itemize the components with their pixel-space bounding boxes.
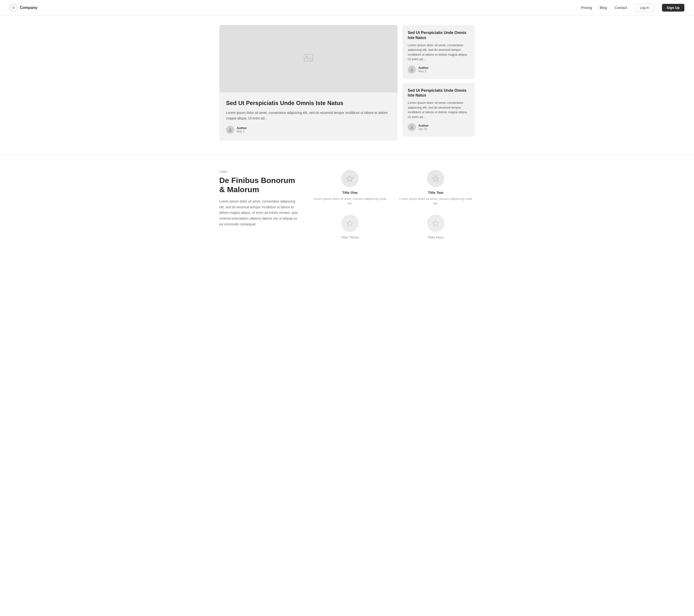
featured-image (219, 25, 398, 92)
side-post-2-excerpt: Lorem ipsum dolor sit amet, consectetur … (408, 100, 470, 119)
side-post-1[interactable]: Sed Ut Perspiciatis Unde Omnis Iste Natu… (402, 25, 475, 79)
side-post-2-author-avatar (408, 123, 416, 131)
side-post-2[interactable]: Sed Ut Perspiciatis Unde Omnis Iste Natu… (402, 83, 475, 137)
svg-marker-6 (432, 175, 439, 182)
svg-marker-8 (432, 220, 439, 226)
blog-section-wrapper: Sed Ut Perspiciatis Unde Omnis Iste Natu… (215, 15, 479, 155)
side-post-2-author-info: Author Apr 29 (418, 124, 429, 131)
feature-desc-2: Lorem ipsum dolor sit amet, consect adip… (397, 197, 475, 206)
brand-logo[interactable]: © Company (10, 4, 37, 12)
feature-item-4: Title Four (397, 214, 475, 241)
navbar: © Company Pricing Blog Contact Log In Si… (0, 0, 694, 15)
featured-post-body: Sed Ut Perspiciatis Unde Omnis Iste Natu… (219, 92, 398, 141)
side-posts: Sed Ut Perspiciatis Unde Omnis Iste Natu… (402, 25, 475, 136)
login-button[interactable]: Log In (635, 4, 654, 12)
side-post-2-author-date: Apr 29 (418, 127, 429, 131)
featured-post-author-avatar (226, 126, 234, 134)
feature-desc-1: Lorem ipsum dolor sit amet, consect adip… (311, 197, 389, 206)
features-grid: Title One Lorem ipsum dolor sit amet, co… (311, 170, 475, 241)
featured-post-excerpt: Lorem ipsum dolor sit amet, consectetur … (226, 110, 391, 121)
feature-title-1: Title One (342, 190, 358, 194)
features-left: Label De Finibus Bonorum & Malorum Lorem… (219, 170, 301, 227)
features-section-wrapper: Label De Finibus Bonorum & Malorum Lorem… (215, 155, 479, 251)
brand-name: Company (20, 5, 37, 10)
side-post-1-title: Sed Ut Perspiciatis Unde Omnis Iste Natu… (408, 30, 470, 40)
feature-icon-2 (427, 170, 444, 187)
features-heading: De Finibus Bonorum & Malorum (219, 176, 301, 194)
features-section: Label De Finibus Bonorum & Malorum Lorem… (215, 155, 479, 251)
svg-point-4 (411, 126, 413, 127)
svg-point-3 (411, 68, 413, 70)
feature-title-4: Title Four (427, 235, 444, 239)
side-post-1-author-name: Author (418, 66, 429, 70)
featured-post[interactable]: Sed Ut Perspiciatis Unde Omnis Iste Natu… (219, 25, 398, 141)
feature-item-1: Title One Lorem ipsum dolor sit amet, co… (311, 170, 389, 206)
feature-icon-3 (341, 214, 359, 232)
svg-marker-7 (347, 220, 353, 226)
blog-section: Sed Ut Perspiciatis Unde Omnis Iste Natu… (219, 25, 475, 141)
feature-icon-1 (341, 170, 359, 187)
side-post-1-author-row: Author May 2 (408, 66, 470, 74)
featured-post-author-info: Author May 2 (237, 126, 247, 133)
svg-rect-0 (304, 54, 313, 61)
side-post-2-author-name: Author (418, 124, 429, 127)
svg-point-2 (229, 128, 231, 130)
svg-marker-5 (347, 175, 353, 182)
side-post-1-author-date: May 2 (418, 70, 429, 73)
nav-link-blog[interactable]: Blog (600, 5, 607, 10)
feature-title-2: Title Two (428, 190, 443, 194)
featured-post-title: Sed Ut Perspiciatis Unde Omnis Iste Natu… (226, 99, 391, 107)
feature-item-3: Title Three (311, 214, 389, 241)
feature-icon-4 (427, 214, 444, 232)
nav-link-contact[interactable]: Contact (615, 5, 627, 10)
featured-post-author-date: May 2 (237, 130, 247, 133)
image-placeholder-icon (303, 53, 314, 65)
nav-link-pricing[interactable]: Pricing (581, 5, 592, 10)
side-post-1-excerpt: Lorem ipsum dolor sit amet, consectetur … (408, 43, 470, 62)
signup-button[interactable]: Sign Up (662, 4, 684, 12)
brand-icon: © (10, 4, 17, 12)
side-post-1-author-info: Author May 2 (418, 66, 429, 73)
featured-post-author-row: Author May 2 (226, 126, 391, 134)
feature-title-3: Title Three (341, 235, 359, 239)
side-post-1-author-avatar (408, 66, 416, 74)
featured-post-author-name: Author (237, 126, 247, 130)
side-post-2-author-row: Author Apr 29 (408, 123, 470, 131)
side-post-2-title: Sed Ut Perspiciatis Unde Omnis Iste Natu… (408, 88, 470, 98)
feature-item-2: Title Two Lorem ipsum dolor sit amet, co… (397, 170, 475, 206)
features-description: Lorem ipsum dolor sit amet, consectetur … (219, 199, 301, 227)
nav-links: Pricing Blog Contact Log In Sign Up (581, 4, 684, 12)
features-label: Label (219, 170, 301, 173)
